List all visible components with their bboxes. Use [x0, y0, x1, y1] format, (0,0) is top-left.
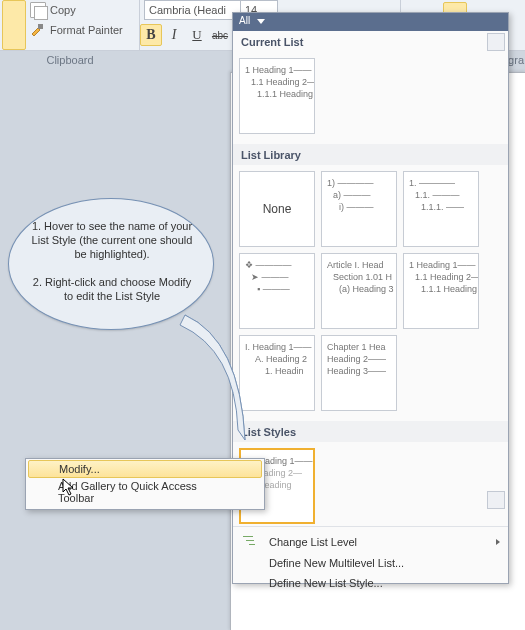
define-new-list-style-item[interactable]: Define New List Style... [233, 573, 508, 593]
font-style-buttons: B I U abc [140, 24, 232, 46]
italic-button[interactable]: I [163, 24, 185, 46]
callout-line1: 1. Hover to see the name of your List St… [32, 220, 193, 260]
clipboard-group-label: Clipboard [0, 54, 140, 66]
library-thumb-4[interactable]: Article I. Head Section 1.01 H (a) Headi… [321, 253, 397, 329]
mouse-cursor-icon [62, 478, 78, 498]
format-painter-label: Format Painter [50, 24, 123, 36]
format-painter-button[interactable]: Format Painter [30, 22, 123, 38]
svg-rect-2 [246, 540, 254, 541]
multilevel-list-gallery: All Current List 1 Heading 1—— 1.1 Headi… [232, 12, 509, 584]
clipboard-group: Copy Format Painter Clipboard [0, 0, 140, 50]
paste-button[interactable] [2, 0, 26, 50]
library-thumb-1[interactable]: 1) ———— a) ——— i) ——— [321, 171, 397, 247]
list-library-thumbs: None 1) ———— a) ——— i) ——— 1. ———— 1.1. … [233, 165, 508, 421]
submenu-arrow-icon [496, 539, 500, 545]
bold-button[interactable]: B [140, 24, 162, 46]
callout-pointer [150, 280, 270, 450]
define-new-list-style-label: Define New List Style... [269, 577, 383, 589]
section-list-library: List Library [233, 144, 508, 165]
context-menu: Modify... Add Gallery to Quick Access To… [25, 458, 265, 510]
define-new-multilevel-item[interactable]: Define New Multilevel List... [233, 553, 508, 573]
copy-icon [30, 2, 46, 18]
format-painter-icon [30, 22, 46, 38]
copy-button[interactable]: Copy [30, 2, 76, 18]
library-thumb-7[interactable]: Chapter 1 Hea Heading 2—— Heading 3—— [321, 335, 397, 411]
section-current-list: Current List [233, 31, 508, 52]
library-thumb-2[interactable]: 1. ———— 1.1. ——— 1.1.1. —— [403, 171, 479, 247]
scroll-down-button[interactable] [487, 491, 505, 509]
svg-rect-0 [38, 24, 43, 29]
gallery-footer-menu: Change List Level Define New Multilevel … [233, 526, 508, 597]
copy-label: Copy [50, 4, 76, 16]
change-list-level-icon [243, 535, 263, 549]
library-thumb-none[interactable]: None [239, 171, 315, 247]
strikethrough-button[interactable]: abc [209, 24, 231, 46]
svg-rect-3 [249, 544, 255, 545]
underline-button[interactable]: U [186, 24, 208, 46]
svg-rect-1 [243, 536, 253, 537]
change-list-level-item[interactable]: Change List Level [233, 531, 508, 553]
current-list-thumb[interactable]: 1 Heading 1—— 1.1 Heading 2— 1.1.1 Headi… [239, 58, 315, 134]
library-thumb-5[interactable]: 1 Heading 1—— 1.1 Heading 2— 1.1.1 Headi… [403, 253, 479, 329]
font-name-dropdown[interactable]: Cambria (Headi [144, 0, 244, 20]
define-new-multilevel-label: Define New Multilevel List... [269, 557, 404, 569]
context-modify-item[interactable]: Modify... [28, 460, 262, 478]
gallery-filter-label: All [239, 15, 250, 26]
gallery-filter-bar[interactable]: All [233, 13, 508, 31]
change-list-level-label: Change List Level [269, 536, 357, 548]
scroll-up-button[interactable] [487, 33, 505, 51]
section-list-styles: List Styles [233, 421, 508, 442]
chevron-down-icon [257, 19, 265, 24]
